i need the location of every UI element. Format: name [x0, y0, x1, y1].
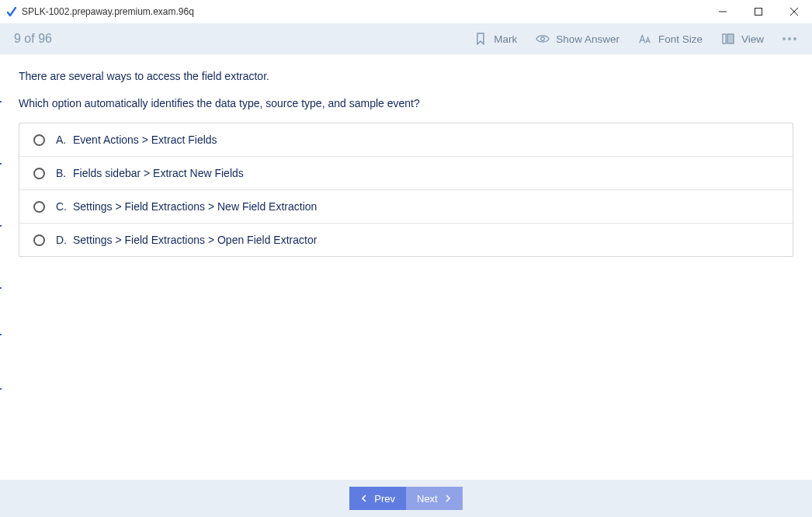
question-line1: There are several ways to access the fie… [19, 68, 793, 85]
font-size-icon [638, 32, 652, 46]
prev-button[interactable]: Prev [349, 487, 406, 510]
view-label: View [741, 33, 764, 45]
option-text: Event Actions > Extract Fields [73, 134, 217, 146]
toolbar: 9 of 96 Mark Show Answer Font Size View [0, 23, 812, 54]
svg-point-4 [541, 37, 545, 41]
radio-icon [33, 134, 45, 146]
left-edge-marks [0, 54, 2, 480]
window-controls [705, 0, 812, 23]
option-c[interactable]: C. Settings > Field Extractions > New Fi… [19, 190, 793, 224]
more-button[interactable] [773, 23, 801, 54]
bookmark-icon [474, 32, 488, 46]
option-d[interactable]: D. Settings > Field Extractions > Open F… [19, 224, 793, 256]
view-icon [721, 32, 735, 46]
app-icon [6, 6, 17, 17]
svg-rect-5 [723, 34, 726, 43]
option-letter: D. [56, 234, 70, 246]
option-letter: B. [56, 167, 70, 179]
question-text: There are several ways to access the fie… [19, 68, 793, 112]
chevron-right-icon [446, 495, 452, 501]
question-content: There are several ways to access the fie… [0, 54, 812, 257]
prev-label: Prev [374, 493, 395, 505]
maximize-button[interactable] [741, 0, 776, 23]
chevron-left-icon [360, 495, 366, 501]
mark-label: Mark [494, 33, 517, 45]
radio-icon [33, 201, 45, 213]
show-answer-button[interactable]: Show Answer [526, 23, 629, 54]
option-text: Settings > Field Extractions > New Field… [73, 200, 317, 213]
radio-icon [33, 234, 45, 246]
font-size-label: Font Size [658, 33, 703, 45]
svg-rect-1 [755, 9, 762, 16]
footer: Prev Next [0, 480, 812, 517]
mark-button[interactable]: Mark [464, 23, 526, 54]
eye-icon [536, 32, 550, 46]
option-text: Settings > Field Extractions > Open Fiel… [73, 234, 317, 246]
next-button[interactable]: Next [406, 487, 463, 510]
next-label: Next [417, 493, 438, 505]
options-list: A. Event Actions > Extract Fields B. Fie… [19, 123, 793, 257]
option-b[interactable]: B. Fields sidebar > Extract New Fields [19, 157, 793, 190]
option-letter: C. [56, 200, 70, 213]
more-icon [783, 37, 786, 40]
option-text: Fields sidebar > Extract New Fields [73, 167, 244, 179]
font-size-button[interactable]: Font Size [629, 23, 712, 54]
option-a[interactable]: A. Event Actions > Extract Fields [19, 123, 793, 157]
radio-icon [33, 168, 45, 179]
view-button[interactable]: View [712, 23, 773, 54]
svg-rect-6 [727, 34, 734, 43]
show-answer-label: Show Answer [556, 33, 619, 45]
question-counter: 9 of 96 [14, 32, 52, 46]
option-letter: A. [56, 134, 70, 146]
window-title: SPLK-1002.prepaway.premium.exam.96q [22, 6, 194, 17]
close-button[interactable] [776, 0, 812, 23]
window-titlebar: SPLK-1002.prepaway.premium.exam.96q [0, 0, 812, 23]
question-line2: Which option automatically identifies th… [19, 95, 793, 112]
minimize-button[interactable] [705, 0, 741, 23]
